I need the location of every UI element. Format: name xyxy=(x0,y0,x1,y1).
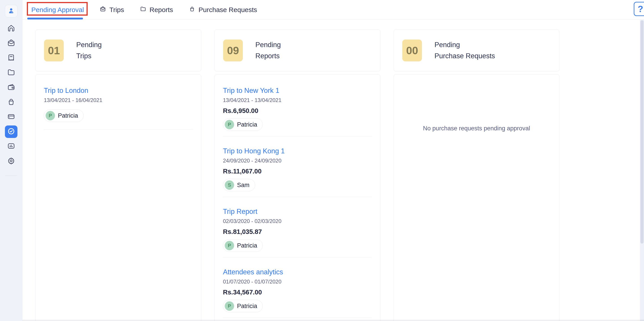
list-item: Trip Report 02/03/2020 - 02/03/2020 Rs.8… xyxy=(223,197,372,257)
summary-title: Pending Reports xyxy=(255,39,281,62)
approvals-check-icon xyxy=(7,127,16,137)
folder-icon xyxy=(140,5,146,14)
avatar: P xyxy=(46,111,55,120)
sidebar-item-folders[interactable] xyxy=(5,67,18,79)
tab-trips[interactable]: Trips xyxy=(100,5,124,14)
report-amount: Rs.81,035.87 xyxy=(223,228,372,236)
report-link[interactable]: Trip to Hong Kong 1 xyxy=(223,147,372,156)
wallet-icon xyxy=(7,83,16,92)
tab-pending-approval[interactable]: Pending Approval xyxy=(31,6,84,14)
approver-pill: P Patricia xyxy=(223,300,263,312)
approver-name: Patricia xyxy=(58,112,78,119)
tab-label: Purchase Requests xyxy=(198,6,257,14)
tab-bar: Pending Approval Trips Reports Purchase … xyxy=(22,0,644,20)
trip-dates: 13/04/2021 - 16/04/2021 xyxy=(44,97,193,104)
active-tab-indicator xyxy=(27,18,83,19)
vertical-scrollbar-thumb[interactable] xyxy=(640,20,644,244)
tab-label: Trips xyxy=(109,6,124,14)
sidebar-item-analytics[interactable] xyxy=(5,140,18,153)
approvals-board: 01 Pending Trips Trip to London 13/04/20… xyxy=(22,20,640,321)
summary-card-trips: 01 Pending Trips xyxy=(35,29,201,71)
report-dates: 24/09/2020 - 24/09/2020 xyxy=(223,157,372,164)
approvals-page: Pending Approval Trips Reports Purchase … xyxy=(0,0,644,321)
count-badge: 09 xyxy=(223,39,243,61)
trips-list: Trip to London 13/04/2021 - 16/04/2021 P… xyxy=(35,74,201,321)
approver-pill: S Sam xyxy=(223,179,255,191)
report-dates: 02/03/2020 - 02/03/2020 xyxy=(223,218,372,225)
list-item: Attendees analytics 01/07/2020 - 01/07/2… xyxy=(223,257,372,318)
sidebar-item-wallet[interactable] xyxy=(5,81,18,94)
approver-name: Patricia xyxy=(237,121,257,128)
count-badge: 01 xyxy=(44,39,64,61)
summary-title: Pending Purchase Requests xyxy=(434,39,495,62)
home-icon xyxy=(7,24,16,33)
shopping-bag-icon xyxy=(7,97,16,107)
question-mark-icon: ? xyxy=(638,4,643,14)
user-profile-button[interactable] xyxy=(5,5,18,17)
sidebar-item-expenses[interactable] xyxy=(5,52,18,64)
sidebar-item-approvals[interactable] xyxy=(5,126,18,138)
approver-name: Sam xyxy=(237,182,250,189)
sidebar-item-settings[interactable] xyxy=(5,155,18,167)
approver-pill: P Patricia xyxy=(223,239,263,252)
travel-bag-icon xyxy=(100,5,106,14)
summary-card-reports: 09 Pending Reports xyxy=(214,29,380,71)
approver-pill: P Patricia xyxy=(223,118,263,131)
tab-purchase-requests[interactable]: Purchase Requests xyxy=(189,5,257,14)
report-amount: Rs.11,067.00 xyxy=(223,167,372,175)
report-link[interactable]: Trip Report xyxy=(223,207,372,216)
sidebar-nav xyxy=(0,22,22,176)
count-badge: 00 xyxy=(402,39,422,61)
approver-pill: P Patricia xyxy=(44,109,84,122)
sidebar-item-cards[interactable] xyxy=(5,111,18,123)
item-divider xyxy=(44,130,193,130)
tab-label: Pending Approval xyxy=(31,6,84,14)
travel-bag-icon xyxy=(7,38,16,48)
tab-label: Reports xyxy=(150,6,173,14)
shopping-bag-icon xyxy=(189,5,196,14)
analytics-icon xyxy=(7,142,16,151)
reports-list: Trip to New York 1 13/04/2021 - 13/04/20… xyxy=(214,74,380,321)
empty-state-message: No purchase requests pending approval xyxy=(402,75,551,132)
user-icon xyxy=(8,7,15,15)
approver-name: Patricia xyxy=(237,303,257,310)
avatar: S xyxy=(225,180,234,190)
purchase-requests-list: No purchase requests pending approval xyxy=(394,74,560,321)
card-icon xyxy=(7,112,16,122)
approver-name: Patricia xyxy=(237,242,257,249)
receipt-icon xyxy=(7,53,16,63)
list-item: Trip to New York 1 13/04/2021 - 13/04/20… xyxy=(223,75,372,136)
list-item: Trip to Hong Kong 1 24/09/2020 - 24/09/2… xyxy=(223,136,372,197)
sidebar-item-home[interactable] xyxy=(5,22,18,35)
avatar: P xyxy=(225,241,234,250)
help-button[interactable]: ? xyxy=(634,2,644,16)
tab-reports[interactable]: Reports xyxy=(140,5,173,14)
report-dates: 13/04/2021 - 13/04/2021 xyxy=(223,97,372,104)
sidebar-divider xyxy=(5,175,17,176)
sidebar-item-purchases[interactable] xyxy=(5,96,18,109)
list-item: Trip to London 13/04/2021 - 16/04/2021 P… xyxy=(44,75,193,130)
gear-icon xyxy=(7,156,16,166)
report-amount: Rs.34,567.00 xyxy=(223,288,372,296)
summary-title: Pending Trips xyxy=(76,39,102,62)
vertical-scrollbar-track[interactable] xyxy=(640,20,644,321)
trip-link[interactable]: Trip to London xyxy=(44,86,193,95)
report-link[interactable]: Attendees analytics xyxy=(223,268,372,277)
report-dates: 01/07/2020 - 01/07/2020 xyxy=(223,278,372,285)
sidebar-item-trips[interactable] xyxy=(5,37,18,50)
folder-icon xyxy=(7,68,16,78)
avatar: P xyxy=(225,120,234,129)
summary-card-purchase-requests: 00 Pending Purchase Requests xyxy=(394,29,560,71)
report-link[interactable]: Trip to New York 1 xyxy=(223,86,372,95)
sidebar xyxy=(0,0,22,321)
report-amount: Rs.6,950.00 xyxy=(223,107,372,115)
avatar: P xyxy=(225,301,234,311)
